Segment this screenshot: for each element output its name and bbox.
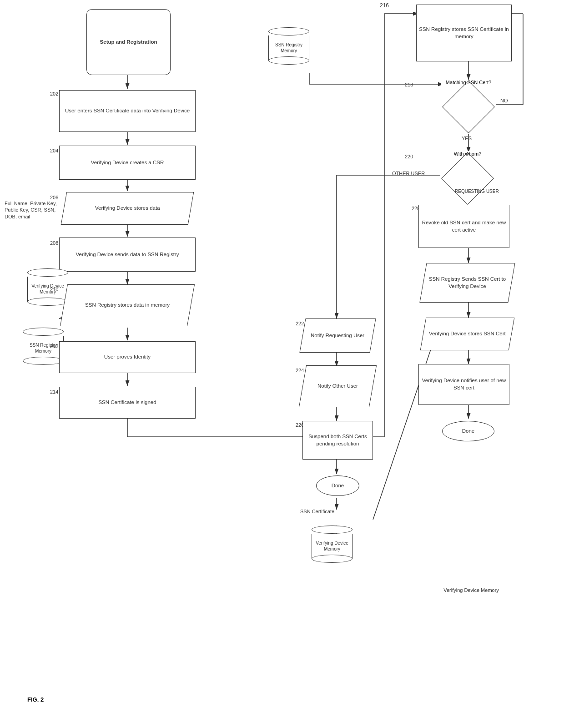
ssn-registry-mem-2-top [268,27,309,35]
node-234: Verifying Device notifies user of new SS… [418,364,509,405]
node-218-label: Matching SSN Cert? [441,80,496,85]
yes-label: YES [462,136,472,141]
label-218: 218 [405,82,413,87]
node-224: Notify Other User [299,365,377,407]
node-224-label: Notify Other User [317,383,358,390]
vd-memory-2-top [312,526,352,534]
vd-memory-2: Verifying Device Memory [312,526,352,567]
ssn-cert-label: SSN Certificate [300,509,334,514]
node-202-label: User enters SSN Certificate data into Ve… [65,107,190,115]
label-216: 216 [380,2,389,9]
node-222-label: Notify Requesting User [311,332,364,339]
node-212-label: User proves Identity [104,354,151,361]
label-206: 206 [50,195,58,200]
label-202: 202 [50,91,58,96]
done-1: Done [316,475,359,496]
setup-registration-shape: Setup and Registration [86,9,171,75]
node-206: Verifying Device stores data [61,192,194,225]
node-210-label: SSN Registry stores data in memory [85,302,170,309]
vd-memory-1-label: Verifying Device Memory [28,283,68,295]
node-232: Verifying Device stores SSN Cert [420,318,515,350]
side-data-label: Full Name, Private Key, Public Key, CSR,… [5,200,64,220]
node-230: SSN Registry Sends SSN Cert to Verifying… [419,263,515,303]
diagram: FIG. 2 Setup and Registration 202 User e… [0,0,564,728]
done-1-label: Done [332,482,344,490]
vd-mem-bottom-label: Verifying Device Memory [435,587,508,593]
node-210: SSN Registry stores data in memory [60,284,195,326]
vd-memory-1: Verifying Device Memory [27,268,68,310]
ssn-registry-mem-2: SSN Registry Memory [268,27,309,69]
label-208: 208 [50,240,58,246]
requesting-user-label: REQUESTING USER [455,189,499,194]
ssn-registry-stores-label: SSN Registry stores SSN Certificate in m… [417,26,511,40]
node-220-label: With whom? [440,151,495,157]
ssn-registry-stores: SSN Registry stores SSN Certificate in m… [416,5,512,61]
ssn-registry-mem-1-bottom [23,357,64,365]
label-222: 222 [296,321,304,326]
node-226-label: Suspend both SSN Certs pending resolutio… [303,433,373,447]
node-226: Suspend both SSN Certs pending resolutio… [302,421,373,460]
done-2-label: Done [462,428,475,435]
node-204: Verifying Device creates a CSR [59,146,196,180]
done-2: Done [442,421,494,441]
label-204: 204 [50,148,58,153]
node-218-inner: Matching SSN Cert? [441,80,496,134]
node-232-label: Verifying Device stores SSN Cert [429,330,506,338]
ssn-registry-mem-2-bottom [268,56,309,65]
setup-registration-label: Setup and Registration [100,39,157,46]
node-204-label: Verifying Device creates a CSR [91,159,164,167]
svg-line-31 [373,332,437,520]
node-208-label: Verifying Device sends data to SSN Regis… [76,251,179,258]
vd-memory-2-label: Verifying Device Memory [312,540,352,552]
label-214: 214 [50,389,58,394]
label-210: 210 [50,287,58,292]
vd-memory-1-top [27,268,68,277]
label-220: 220 [405,154,413,159]
node-220-inner: With whom? [440,151,495,206]
label-212: 212 [50,344,58,349]
node-228: Revoke old SSN cert and make new cert ac… [418,205,509,248]
node-218: Matching SSN Cert? [441,80,496,134]
node-206-label: Verifying Device stores data [95,205,160,212]
ssn-registry-mem-2-label: SSN Registry Memory [269,42,309,54]
label-224: 224 [296,368,304,373]
node-202: User enters SSN Certificate data into Ve… [59,90,196,132]
ssn-registry-mem-1-top [23,328,64,336]
other-user-label: OTHER USER [392,171,425,176]
node-230-label: SSN Registry Sends SSN Cert to Verifying… [423,276,511,290]
node-228-label: Revoke old SSN cert and make new cert ac… [419,219,509,233]
vd-memory-2-bottom [312,555,352,563]
node-214: SSN Certificate is signed [59,387,196,419]
node-212: User proves Identity [59,341,196,373]
node-220: With whom? [440,151,495,206]
vd-memory-1-bottom [27,298,68,306]
no-label: NO [500,98,508,103]
node-234-label: Verifying Device notifies user of new SS… [419,377,509,391]
node-208: Verifying Device sends data to SSN Regis… [59,238,196,272]
node-214-label: SSN Certificate is signed [98,399,156,406]
fig-label: FIG. 2 [27,696,44,703]
node-222: Notify Requesting User [299,318,376,353]
